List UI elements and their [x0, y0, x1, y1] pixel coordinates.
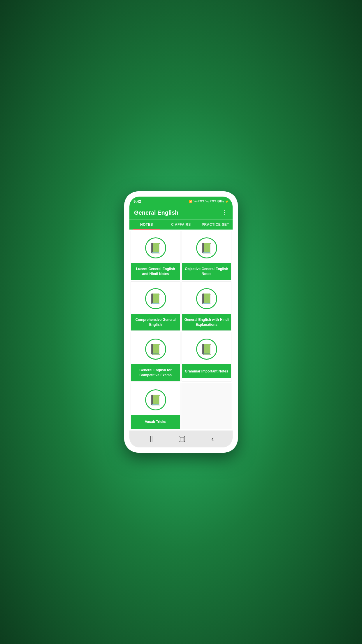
tab-practiceset[interactable]: PRACTICE SET: [198, 220, 233, 230]
notes-content: 📗 Lucent General English and Hindi Notes…: [129, 230, 233, 430]
comprehensive-label: Comprehensive General English: [131, 314, 180, 331]
battery-percentage: 86%: [217, 200, 224, 203]
back-button[interactable]: ‹: [211, 434, 214, 443]
empty-grid-cell: [182, 383, 231, 429]
home-button[interactable]: □: [179, 436, 185, 442]
phone-device: 9:42 📶 Vo) LTE1 Vo) LTE2 86% ⚡ General E…: [124, 191, 238, 453]
tab-caffairs[interactable]: C AFFAIRS: [164, 220, 198, 230]
nav-bar: ||| □ ‹: [129, 430, 233, 447]
card-grammar[interactable]: 📗 Grammar Important Notes: [182, 332, 231, 382]
card-hindi-exp[interactable]: 📗 General English with Hindi Explanation…: [182, 281, 231, 331]
grammar-label: Grammar Important Notes: [182, 364, 231, 378]
vocab-icon: 📗: [145, 389, 166, 410]
recent-apps-button[interactable]: |||: [148, 435, 153, 442]
hindi-exp-icon: 📗: [196, 288, 217, 309]
tab-notes[interactable]: NOTES: [129, 220, 164, 230]
status-icons: 📶 Vo) LTE1 Vo) LTE2 86% ⚡: [189, 200, 229, 203]
phone-screen: 9:42 📶 Vo) LTE1 Vo) LTE2 86% ⚡ General E…: [129, 197, 233, 447]
battery-icon: ⚡: [225, 200, 229, 203]
lucent-label: Lucent General English and Hindi Notes: [131, 263, 180, 280]
vocab-label: Vocab Tricks: [131, 415, 180, 429]
signal2-label: Vo) LTE2: [205, 200, 216, 203]
objective-icon: 📗: [196, 237, 217, 258]
card-comprehensive[interactable]: 📗 Comprehensive General English: [131, 281, 180, 331]
app-title: General English: [134, 209, 178, 216]
grammar-icon: 📗: [196, 339, 217, 360]
lucent-icon: 📗: [145, 237, 166, 258]
overflow-menu-button[interactable]: ⋮: [222, 209, 228, 216]
objective-label: Objective General English Notes: [182, 263, 231, 280]
competitive-icon: 📗: [145, 339, 166, 360]
comprehensive-icon: 📗: [145, 288, 166, 309]
hindi-exp-label: General English with Hindi Explanations: [182, 314, 231, 331]
app-bar: General English ⋮: [129, 206, 233, 219]
wifi-icon: 📶: [189, 200, 192, 203]
card-lucent[interactable]: 📗 Lucent General English and Hindi Notes: [131, 231, 180, 280]
notes-grid: 📗 Lucent General English and Hindi Notes…: [131, 231, 231, 429]
signal-label: Vo) LTE1: [194, 200, 204, 203]
status-bar: 9:42 📶 Vo) LTE1 Vo) LTE2 86% ⚡: [129, 197, 233, 206]
card-competitive[interactable]: 📗 General English for Competitive Exams: [131, 332, 180, 382]
card-vocab[interactable]: 📗 Vocab Tricks: [131, 383, 180, 429]
card-objective[interactable]: 📗 Objective General English Notes: [182, 231, 231, 280]
status-time: 9:42: [133, 199, 141, 204]
tab-bar: NOTES C AFFAIRS PRACTICE SET: [129, 219, 233, 230]
competitive-label: General English for Competitive Exams: [131, 364, 180, 381]
